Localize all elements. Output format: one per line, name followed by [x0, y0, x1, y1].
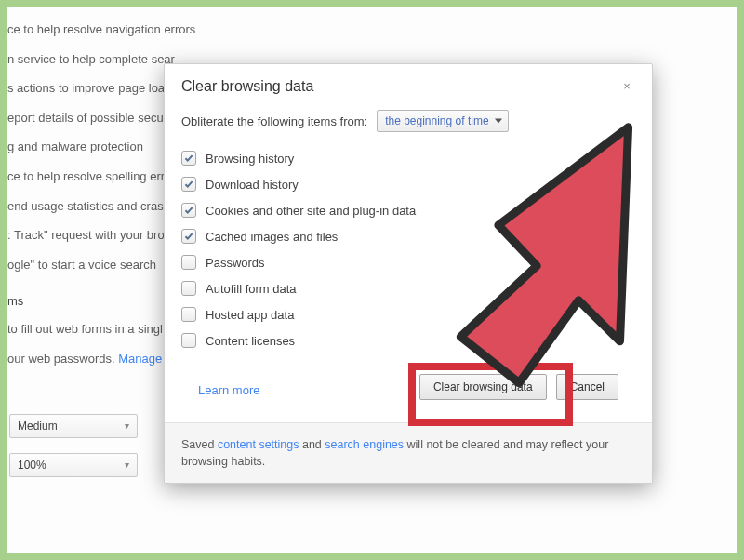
option-label: Passwords [206, 256, 265, 270]
option-label: Hosted app data [206, 308, 294, 322]
font-size-select[interactable]: Medium [9, 414, 138, 438]
option-row: Autofill form data [181, 275, 635, 301]
dialog-footer-note: Saved content settings and search engine… [165, 422, 652, 483]
checkbox[interactable] [181, 151, 196, 166]
option-row: Download history [181, 171, 635, 197]
bg-line: ce to help resolve navigation errors [7, 15, 737, 45]
content-settings-link[interactable]: content settings [218, 438, 299, 451]
checkbox[interactable] [181, 281, 196, 296]
option-row: Cookies and other site and plug-in data [181, 197, 635, 223]
learn-more-link[interactable]: Learn more [198, 383, 259, 397]
clear-browsing-data-dialog: Clear browsing data × Obliterate the fol… [164, 63, 653, 484]
cancel-button[interactable]: Cancel [556, 374, 618, 400]
checkbox[interactable] [181, 229, 196, 244]
checkmark-icon [184, 206, 193, 215]
option-label: Download history [206, 178, 299, 192]
option-label: Browsing history [206, 152, 294, 166]
option-row: Hosted app data [181, 301, 635, 327]
option-label: Autofill form data [206, 282, 297, 296]
checkbox[interactable] [181, 333, 196, 348]
page-zoom-select[interactable]: 100% [9, 453, 138, 477]
option-label: Cookies and other site and plug-in data [206, 204, 416, 218]
time-range-select[interactable]: the beginning of time [377, 110, 508, 132]
obliterate-prompt: Obliterate the following items from: [181, 114, 367, 128]
checkmark-icon [184, 180, 193, 189]
checkbox[interactable] [181, 307, 196, 322]
checkmark-icon [184, 153, 193, 163]
option-label: Cached images and files [206, 230, 338, 244]
dialog-title: Clear browsing data [181, 78, 618, 95]
checkmark-icon [184, 232, 193, 241]
clear-browsing-data-button[interactable]: Clear browsing data [419, 374, 547, 400]
search-engines-link[interactable]: search engines [325, 438, 404, 451]
bg-pw-text: our web passwords. [7, 352, 118, 366]
checkbox[interactable] [181, 177, 196, 192]
option-row: Content licenses [181, 327, 635, 353]
checkbox[interactable] [181, 255, 196, 270]
option-row: Passwords [181, 249, 635, 275]
option-row: Cached images and files [181, 223, 635, 249]
option-label: Content licenses [206, 334, 295, 348]
checkbox[interactable] [181, 203, 196, 218]
option-row: Browsing history [181, 145, 635, 171]
close-icon[interactable]: × [618, 78, 635, 95]
